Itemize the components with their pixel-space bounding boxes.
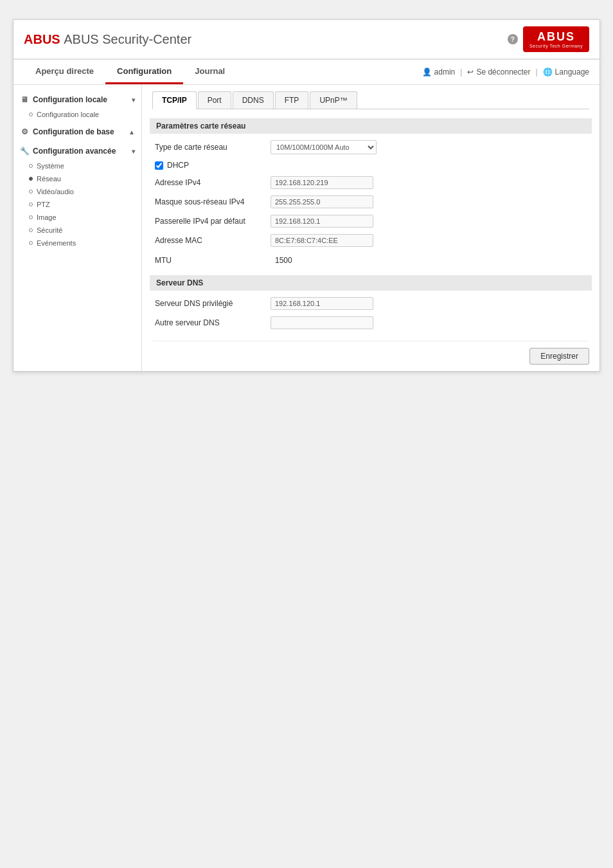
mtu-value: 1500 [271, 253, 297, 267]
dot-icon [29, 164, 33, 168]
globe-icon: 🌐 [543, 68, 553, 77]
dot-icon [29, 215, 33, 219]
input-gateway[interactable] [271, 215, 373, 228]
sidebar-item-ptz[interactable]: PTZ [13, 198, 141, 211]
form-row-mtu: MTU 1500 [152, 252, 589, 269]
sidebar-item-reseau[interactable]: Réseau [13, 172, 141, 185]
sidebar: 🖥 Configuration locale ▾ Configuration l… [13, 85, 142, 371]
sidebar-item-systeme[interactable]: Système [13, 159, 141, 172]
dns-section: Serveur DNS Serveur DNS privilégié Autre… [152, 275, 589, 330]
label-dns-autre: Autre serveur DNS [155, 318, 271, 327]
label-mtu: MTU [155, 256, 271, 265]
input-dns-privilege[interactable] [271, 297, 373, 310]
content-area: 🖥 Configuration locale ▾ Configuration l… [13, 85, 600, 371]
label-mac: Adresse MAC [155, 236, 271, 245]
user-icon: 👤 [422, 68, 432, 77]
dot-icon [29, 241, 33, 245]
navbar-language[interactable]: 🌐 Language [543, 68, 589, 77]
tab-ddns[interactable]: DDNS [233, 91, 274, 109]
navbar-right: 👤 admin | ↩ Se déconnecter | 🌐 Language [422, 68, 589, 77]
sidebar-section-config-base: ⚙ Configuration de base ▲ [13, 123, 141, 140]
navbar: Aperçu directe Configuration Journal 👤 a… [13, 60, 600, 85]
label-ipv4: Adresse IPv4 [155, 178, 271, 187]
label-gateway: Passerelle IPv4 par défaut [155, 217, 271, 226]
label-dns-privilege: Serveur DNS privilégié [155, 299, 271, 308]
sidebar-config-base-header[interactable]: ⚙ Configuration de base ▲ [13, 123, 141, 140]
dot-icon [29, 177, 33, 181]
form-row-type-carte: Type de carte réseau 10M/100M/1000M Auto… [152, 139, 589, 156]
sidebar-section-config-locale: 🖥 Configuration locale ▾ Configuration l… [13, 91, 141, 121]
form-row-dns-autre: Autre serveur DNS [152, 315, 589, 330]
monitor-icon: 🖥 [20, 95, 29, 104]
sidebar-item-image[interactable]: Image [13, 211, 141, 224]
label-subnet: Masque sous-réseau IPv4 [155, 197, 271, 206]
sidebar-item-evenements[interactable]: Evénements [13, 237, 141, 249]
nav-configuration[interactable]: Configuration [105, 60, 183, 84]
header: ABUS ABUS Security-Center ? ABUS Securit… [13, 20, 600, 60]
dot-icon [29, 113, 33, 116]
tab-upnp[interactable]: UPnP™ [310, 91, 357, 109]
form-row-dns-privilege: Serveur DNS privilégié [152, 296, 589, 311]
form-row-mac: Adresse MAC [152, 233, 589, 248]
label-dhcp: DHCP [167, 161, 189, 170]
logout-icon: ↩ [467, 68, 474, 77]
navbar-logout[interactable]: ↩ Se déconnecter [467, 68, 530, 77]
wrench-icon: 🔧 [20, 147, 29, 156]
network-section: Paramètres carte réseau Type de carte ré… [152, 118, 589, 269]
brand-title: ABUS ABUS Security-Center [24, 32, 191, 47]
form-row-subnet: Masque sous-réseau IPv4 [152, 194, 589, 210]
help-icon[interactable]: ? [508, 34, 518, 44]
sidebar-item-config-locale[interactable]: Configuration locale [13, 108, 141, 121]
save-button[interactable]: Enregistrer [529, 348, 589, 365]
tab-ftp[interactable]: FTP [275, 91, 309, 109]
network-section-header: Paramètres carte réseau [150, 118, 592, 134]
brand-highlight: ABUS [24, 32, 60, 46]
form-row-gateway: Passerelle IPv4 par défaut [152, 213, 589, 229]
input-mac[interactable] [271, 234, 373, 247]
nav-apercu[interactable]: Aperçu directe [24, 60, 105, 84]
sidebar-item-securite[interactable]: Sécurité [13, 224, 141, 237]
sidebar-item-video-audio[interactable]: Vidéo/audio [13, 185, 141, 198]
tab-tcpip[interactable]: TCP/IP [152, 91, 197, 109]
dot-icon [29, 203, 33, 206]
sidebar-section-config-avancee: 🔧 Configuration avancée ▾ Système Réseau [13, 143, 141, 249]
tab-bar: TCP/IP Port DDNS FTP UPnP™ [152, 91, 589, 109]
abus-logo: ABUS Security Tech Germany [523, 26, 589, 52]
main-panel: TCP/IP Port DDNS FTP UPnP™ Paramètres ca… [142, 85, 600, 371]
sidebar-config-avancee-header[interactable]: 🔧 Configuration avancée ▾ [13, 143, 141, 159]
nav-journal[interactable]: Journal [183, 60, 236, 84]
gear-icon: ⚙ [20, 127, 29, 136]
sidebar-config-locale-header[interactable]: 🖥 Configuration locale ▾ [13, 91, 141, 108]
input-dns-autre[interactable] [271, 316, 373, 329]
form-row-dhcp: DHCP [152, 159, 589, 171]
dns-section-header: Serveur DNS [150, 275, 592, 291]
form-row-ipv4: Adresse IPv4 [152, 175, 589, 190]
dot-icon [29, 228, 33, 232]
label-type-carte: Type de carte réseau [155, 143, 271, 152]
tab-port[interactable]: Port [198, 91, 231, 109]
input-subnet[interactable] [271, 195, 373, 208]
input-ipv4[interactable] [271, 176, 373, 189]
checkbox-dhcp[interactable] [155, 161, 163, 170]
button-area: Enregistrer [152, 341, 589, 365]
select-type-carte[interactable]: 10M/100M/1000M Auto 10M Full Duplex 100M… [271, 140, 377, 154]
navbar-user[interactable]: 👤 admin [422, 68, 456, 77]
dot-icon [29, 190, 33, 194]
